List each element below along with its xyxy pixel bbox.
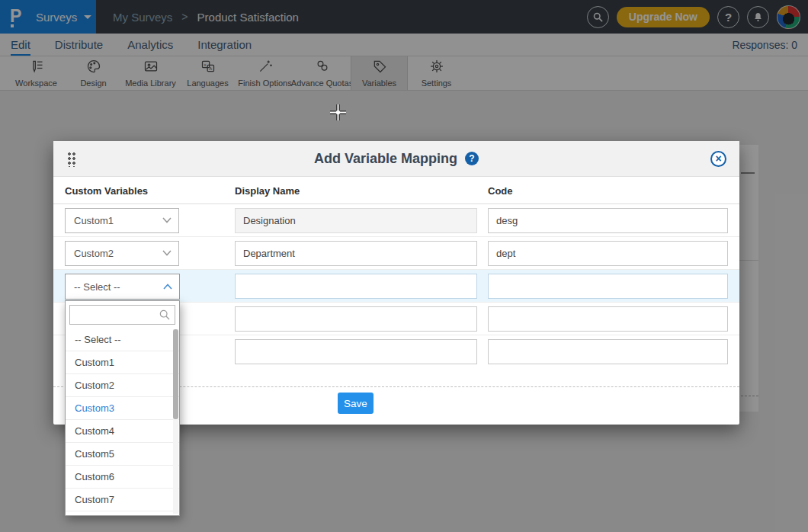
code-input-3[interactable] [488, 274, 728, 299]
mapping-table-header: Custom Variables Display Name Code [53, 177, 739, 204]
column-display-name: Display Name [235, 185, 300, 197]
dropdown-scrollbar[interactable] [173, 329, 178, 514]
code-input-4[interactable] [488, 306, 728, 332]
dropdown-option-custom7[interactable]: Custom7 [66, 489, 179, 511]
dropdown-option-custom5[interactable]: Custom5 [66, 443, 179, 466]
dropdown-panel: -- Select -- Custom1 Custom2 Custom3 Cus… [65, 300, 180, 516]
column-code: Code [488, 185, 513, 197]
variable-select-2[interactable]: Custom2 [65, 241, 179, 266]
modal-help-icon[interactable]: ? [465, 152, 479, 165]
display-name-input-1[interactable] [235, 208, 477, 233]
variable-select-3[interactable]: -- Select -- [65, 274, 180, 300]
code-input-1[interactable] [488, 208, 728, 233]
drag-handle-icon[interactable] [67, 152, 76, 167]
variable-select-1[interactable]: Custom1 [65, 208, 179, 233]
dropdown-option-select[interactable]: -- Select -- [66, 328, 179, 351]
chevron-up-icon [163, 284, 172, 290]
code-input-2[interactable] [488, 241, 728, 266]
dropdown-option-custom1[interactable]: Custom1 [66, 351, 179, 374]
modal-title: Add Variable Mapping ? [314, 151, 479, 167]
variable-select-3-open: -- Select -- -- Select -- Custom1 Custom… [65, 274, 180, 516]
display-name-input-3[interactable] [235, 274, 477, 299]
dropdown-option-custom2[interactable]: Custom2 [66, 374, 179, 397]
chevron-down-icon [162, 217, 172, 223]
display-name-input-5[interactable] [235, 339, 477, 364]
dropdown-option-custom6[interactable]: Custom6 [66, 466, 179, 489]
column-custom-variables: Custom Variables [65, 185, 148, 197]
dropdown-option-custom4[interactable]: Custom4 [66, 420, 179, 443]
app-screen: P Surveys My Surveys > Product Satisfact… [0, 0, 808, 532]
save-button[interactable]: Save [338, 393, 374, 414]
close-icon[interactable]: × [710, 151, 726, 167]
code-input-5[interactable] [488, 339, 728, 364]
scrollbar-thumb[interactable] [173, 329, 178, 419]
chevron-down-icon [162, 250, 172, 256]
modal-header: Add Variable Mapping ? × [53, 141, 739, 177]
dropdown-option-custom3[interactable]: Custom3 [66, 397, 179, 420]
display-name-input-4[interactable] [235, 306, 477, 332]
dropdown-options-list: -- Select -- Custom1 Custom2 Custom3 Cus… [66, 328, 179, 511]
mapping-row-1: Custom1 [53, 204, 739, 237]
mapping-row-2: Custom2 [53, 237, 739, 270]
display-name-input-2[interactable] [235, 241, 477, 266]
